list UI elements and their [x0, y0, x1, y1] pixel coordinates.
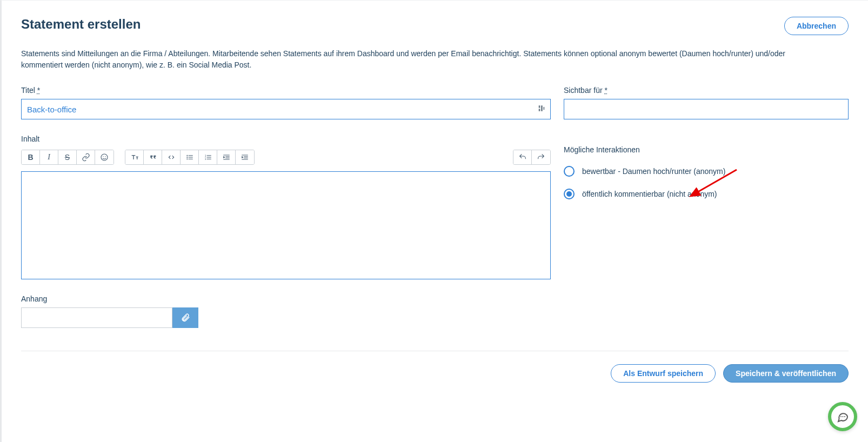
page-description: Statements sind Mitteilungen an die Firm…: [21, 48, 821, 71]
title-input-wrap: [21, 99, 551, 119]
ul-icon: [185, 153, 194, 162]
textsize-icon: [130, 153, 139, 162]
tb-group-block: 123: [125, 150, 255, 165]
indent-icon: [241, 153, 249, 162]
ul-button[interactable]: [181, 150, 199, 164]
svg-point-8: [186, 157, 188, 158]
footer-actions: Als Entwurf speichern Speichern & veröff…: [21, 364, 849, 383]
form-columns: Titel * Inhalt B I S: [21, 86, 849, 328]
svg-rect-0: [539, 105, 540, 108]
italic-button[interactable]: I: [40, 150, 58, 164]
interaction-option-rating-label: bewertbar - Daumen hoch/runter (anonym): [582, 167, 725, 176]
chat-fab[interactable]: [828, 402, 857, 431]
interaction-option-comment-label: öffentlich kommentierbar (nicht anonym): [582, 190, 717, 198]
interaction-option-comment[interactable]: öffentlich kommentierbar (nicht anonym): [564, 189, 849, 199]
outdent-button[interactable]: [217, 150, 236, 164]
redo-button[interactable]: [532, 150, 550, 164]
svg-point-7: [186, 155, 188, 156]
svg-point-5: [103, 156, 103, 157]
autofill-icon: [538, 105, 545, 114]
paperclip-icon: [181, 313, 190, 323]
visible-label: Sichtbar für *: [564, 86, 849, 95]
title-input[interactable]: [21, 99, 551, 119]
interaction-option-rating[interactable]: bewertbar - Daumen hoch/runter (anonym): [564, 166, 849, 177]
ol-button[interactable]: 123: [199, 150, 217, 164]
quote-icon: [149, 153, 157, 162]
attachment-label: Anhang: [21, 294, 551, 303]
outdent-icon: [222, 153, 231, 162]
right-column: Sichtbar für * Mögliche Interaktionen be…: [564, 86, 849, 328]
radio-unchecked-icon: [564, 166, 575, 177]
content-editor[interactable]: [21, 171, 551, 279]
cancel-button[interactable]: Abbrechen: [784, 17, 849, 35]
tb-group-history: [513, 150, 551, 165]
attachment-row: [21, 307, 551, 328]
ol-icon: 123: [204, 153, 212, 162]
tb-group-format: B I S: [21, 150, 114, 165]
indent-button[interactable]: [236, 150, 254, 164]
svg-rect-2: [541, 105, 543, 111]
chat-icon: [836, 410, 849, 423]
attachment-section: Anhang: [21, 294, 551, 328]
svg-point-14: [840, 416, 842, 417]
attachment-input[interactable]: [21, 307, 172, 328]
save-draft-button[interactable]: Als Entwurf speichern: [611, 364, 716, 383]
visible-for-input[interactable]: [564, 99, 849, 119]
svg-point-15: [843, 416, 844, 417]
page-title: Statement erstellen: [21, 17, 141, 32]
interactions-section: Mögliche Interaktionen bewertbar - Daume…: [564, 145, 849, 199]
header-row: Statement erstellen Abbrechen: [21, 17, 849, 35]
svg-rect-3: [544, 107, 545, 110]
svg-rect-1: [539, 109, 540, 111]
page-container: Statement erstellen Abbrechen Statements…: [0, 0, 868, 442]
left-column: Titel * Inhalt B I S: [21, 86, 551, 328]
footer-divider: [21, 351, 849, 351]
radio-checked-icon: [564, 189, 575, 199]
code-button[interactable]: [162, 150, 181, 164]
emoji-icon: [100, 153, 109, 162]
code-icon: [167, 153, 176, 162]
link-icon: [82, 153, 90, 162]
svg-point-16: [844, 416, 845, 417]
svg-point-4: [101, 154, 108, 160]
editor-toolbar: B I S: [21, 150, 551, 165]
title-label: Titel *: [21, 86, 551, 95]
strike-button[interactable]: S: [58, 150, 77, 164]
link-button[interactable]: [77, 150, 95, 164]
content-label: Inhalt: [21, 135, 551, 143]
svg-point-9: [186, 158, 188, 159]
content-section: Inhalt B I S: [21, 135, 551, 279]
undo-button[interactable]: [513, 150, 532, 164]
undo-icon: [518, 153, 527, 162]
emoji-button[interactable]: [95, 150, 113, 164]
quote-button[interactable]: [144, 150, 162, 164]
attachment-button[interactable]: [172, 307, 198, 328]
interactions-label: Mögliche Interaktionen: [564, 145, 849, 154]
save-publish-button[interactable]: Speichern & veröffentlichen: [723, 364, 849, 383]
textsize-button[interactable]: [125, 150, 144, 164]
svg-text:3: 3: [205, 158, 206, 160]
redo-icon: [537, 153, 545, 162]
bold-button[interactable]: B: [22, 150, 40, 164]
svg-point-6: [105, 156, 105, 157]
